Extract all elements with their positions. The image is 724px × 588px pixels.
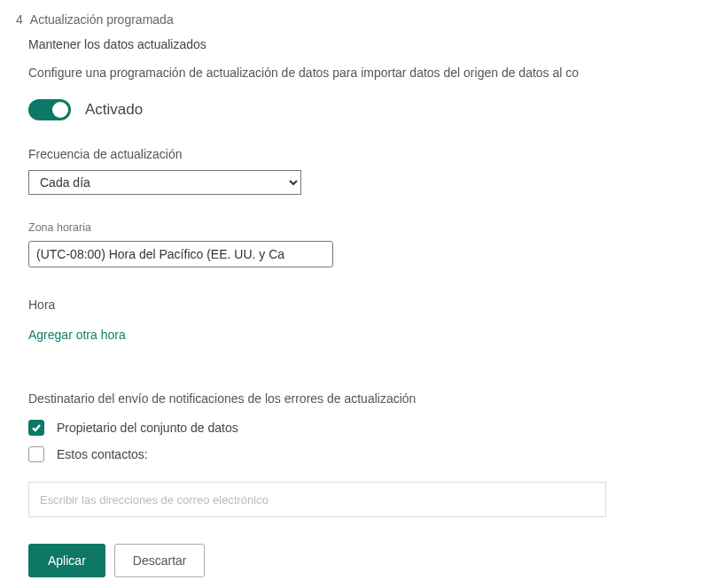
contacts-checkbox[interactable] xyxy=(28,446,44,462)
owner-checkbox-label: Propietario del conjunto de datos xyxy=(57,421,238,435)
timezone-input[interactable] xyxy=(28,241,333,267)
discard-button[interactable]: Descartar xyxy=(114,544,206,577)
toggle-knob xyxy=(52,102,68,118)
owner-checkbox[interactable] xyxy=(28,420,44,436)
refresh-toggle[interactable] xyxy=(28,99,71,120)
subtitle: Mantener los datos actualizados xyxy=(28,37,708,51)
apply-button[interactable]: Aplicar xyxy=(28,544,105,577)
contacts-checkbox-label: Estos contactos: xyxy=(57,447,148,461)
toggle-state-label: Activado xyxy=(85,101,143,119)
frequency-label: Frecuencia de actualización xyxy=(28,147,708,161)
timezone-label: Zona horaria xyxy=(28,221,708,234)
section-header: 4 Actualización programada xyxy=(16,12,708,27)
email-input[interactable] xyxy=(28,482,606,517)
section-number: 4 xyxy=(16,12,23,27)
add-time-link[interactable]: Agregar otra hora xyxy=(28,328,126,342)
time-label: Hora xyxy=(28,298,708,312)
frequency-select[interactable]: Cada día xyxy=(28,170,301,195)
notifications-title: Destinatario del envío de notificaciones… xyxy=(28,391,708,406)
section-title: Actualización programada xyxy=(30,12,174,27)
description: Configure una programación de actualizac… xyxy=(28,66,708,80)
check-icon xyxy=(31,422,42,433)
